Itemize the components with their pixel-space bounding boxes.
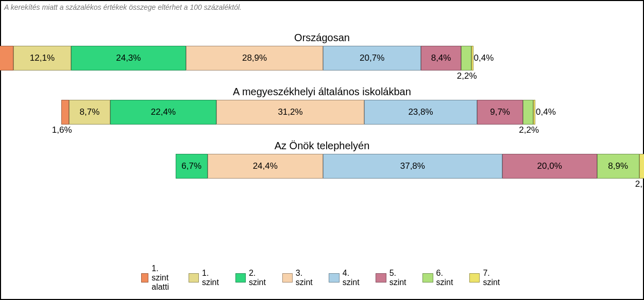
stacked-bar: 3,1%12,1%24,3%28,9%20,7%8,4%2,2%0,4% xyxy=(0,46,473,70)
bar-segment: 28,9% xyxy=(186,46,323,70)
segment-label: 0,4% xyxy=(473,53,494,63)
segment-label: 8,9% xyxy=(608,161,628,171)
bar-segment: 23,8% xyxy=(364,100,477,125)
bar-segment: 2,2% xyxy=(523,100,533,125)
segment-label: 24,4% xyxy=(253,161,278,171)
segment-label: 23,8% xyxy=(408,107,433,117)
legend-swatch xyxy=(376,273,386,283)
bar-segment: 0,4% xyxy=(471,46,473,70)
bar-group-title: Országosan xyxy=(1,32,643,44)
legend-item: 2. szint xyxy=(235,269,269,287)
legend-label: 1. szint xyxy=(202,269,222,287)
bar-segment: 8,9% xyxy=(597,154,639,179)
segment-label: 20,7% xyxy=(360,53,384,63)
segment-label: 24,3% xyxy=(116,53,141,63)
bar-segment: 12,1% xyxy=(13,46,71,70)
legend-label: 5. szint xyxy=(389,269,410,287)
bar-segment: 31,2% xyxy=(216,100,364,125)
chart-frame: A kerekítés miatt a százalékos értékek ö… xyxy=(0,0,644,300)
legend-label: 4. szint xyxy=(343,269,363,287)
legend-label: 6. szint xyxy=(436,269,456,287)
segment-label: 28,9% xyxy=(242,53,267,63)
legend-label: 3. szint xyxy=(296,269,316,287)
legend-swatch xyxy=(282,273,293,283)
segment-label: 9,7% xyxy=(490,107,510,117)
bar-group: A megyeszékhelyi általános iskolákban1,6… xyxy=(1,86,643,126)
segment-label: 2,2% xyxy=(519,124,539,135)
segment-label: 8,4% xyxy=(431,53,451,63)
chart-area: Országosan3,1%12,1%24,3%28,9%20,7%8,4%2,… xyxy=(1,32,643,194)
segment-label: 6,7% xyxy=(181,161,201,171)
bar-segment: 37,8% xyxy=(323,154,502,179)
legend-item: 6. szint xyxy=(422,269,456,287)
bar-segment: 6,7% xyxy=(176,154,208,179)
legend-swatch xyxy=(329,273,339,283)
bar-segment: 20,7% xyxy=(323,46,421,70)
segment-label: 37,8% xyxy=(400,161,425,171)
segment-label: 31,2% xyxy=(278,107,302,117)
segment-label: 8,7% xyxy=(80,107,100,117)
segment-label: 2,2% xyxy=(457,70,477,81)
legend-item: 1. szint xyxy=(189,269,222,287)
bar-segment: 8,4% xyxy=(421,46,461,70)
legend: 1. szint alatti1. szint2. szint3. szint4… xyxy=(141,264,503,292)
bar-segment: 1,6% xyxy=(61,100,69,125)
bar-segment: 22,4% xyxy=(110,100,216,125)
legend-item: 5. szint xyxy=(376,269,409,287)
bar-segment: 3,1% xyxy=(0,46,13,70)
bar-segment: 0,4% xyxy=(533,100,535,125)
bar-row: 6,7%24,4%37,8%20,0%8,9%2,2% xyxy=(1,154,643,180)
legend-label: 7. szint xyxy=(483,269,503,287)
legend-swatch xyxy=(189,273,199,283)
legend-item: 4. szint xyxy=(329,269,362,287)
segment-label: 2,2% xyxy=(635,178,644,189)
segment-label: 0,4% xyxy=(535,107,556,117)
legend-label: 2. szint xyxy=(249,269,269,287)
legend-label: 1. szint alatti xyxy=(151,264,175,292)
bar-group: Az Önök telephelyén6,7%24,4%37,8%20,0%8,… xyxy=(1,140,643,180)
bar-segment: 2,2% xyxy=(461,46,471,70)
bar-group: Országosan3,1%12,1%24,3%28,9%20,7%8,4%2,… xyxy=(1,32,643,72)
legend-item: 7. szint xyxy=(469,269,503,287)
rounding-note: A kerekítés miatt a százalékos értékek ö… xyxy=(4,3,242,11)
legend-item: 3. szint xyxy=(282,269,316,287)
bar-segment: 2,2% xyxy=(639,154,644,179)
stacked-bar: 6,7%24,4%37,8%20,0%8,9%2,2% xyxy=(176,154,644,179)
bar-row: 1,6%8,7%22,4%31,2%23,8%9,7%2,2%0,4% xyxy=(1,100,643,126)
legend-swatch xyxy=(469,273,480,283)
legend-item: 1. szint alatti xyxy=(141,264,175,292)
legend-swatch xyxy=(235,273,246,283)
legend-swatch xyxy=(422,273,433,283)
bar-row: 3,1%12,1%24,3%28,9%20,7%8,4%2,2%0,4% xyxy=(1,46,643,72)
bar-segment: 24,4% xyxy=(208,154,323,179)
bar-group-title: A megyeszékhelyi általános iskolákban xyxy=(1,86,643,98)
stacked-bar: 1,6%8,7%22,4%31,2%23,8%9,7%2,2%0,4% xyxy=(61,100,535,125)
bar-segment: 8,7% xyxy=(69,100,110,125)
segment-label: 12,1% xyxy=(30,53,55,63)
bar-segment: 20,0% xyxy=(502,154,597,179)
bar-segment: 9,7% xyxy=(477,100,523,125)
bar-group-title: Az Önök telephelyén xyxy=(1,140,643,152)
segment-label: 20,0% xyxy=(537,161,562,171)
legend-swatch xyxy=(141,273,148,283)
segment-label: 22,4% xyxy=(151,107,176,117)
segment-label: 1,6% xyxy=(52,124,72,135)
bar-segment: 24,3% xyxy=(71,46,187,70)
